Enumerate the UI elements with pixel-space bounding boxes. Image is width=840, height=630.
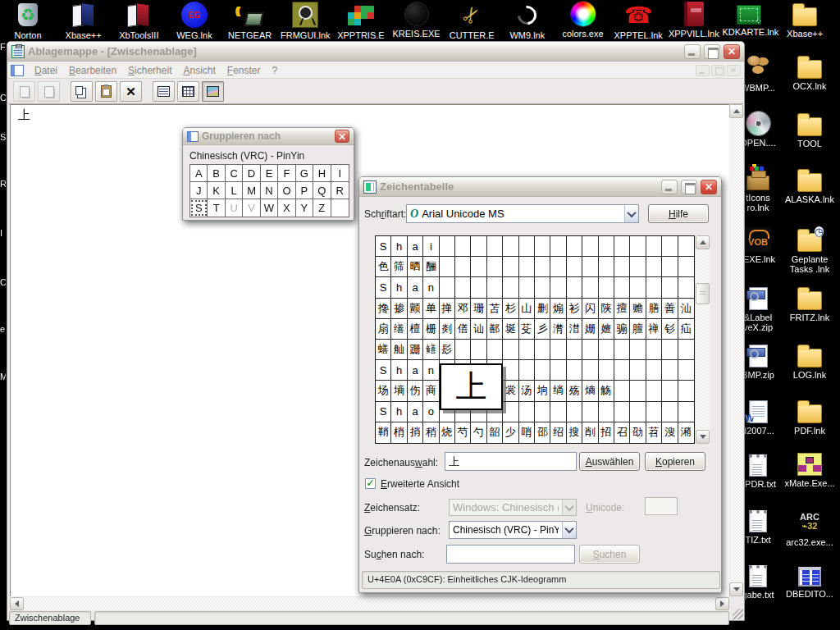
desktop-icon-arc32-exe[interactable]: arc32.exe...: [779, 509, 840, 547]
copy-button[interactable]: Kopieren: [645, 452, 705, 471]
charmap-minimize-button[interactable]: [661, 180, 678, 194]
help-button[interactable]: Hilfe: [648, 204, 709, 223]
charmap-grid-scrollbar[interactable]: [696, 235, 710, 444]
char-cell-empty[interactable]: [550, 257, 566, 277]
char-cell-empty[interactable]: [535, 257, 550, 277]
char-cell-4-10[interactable]: 山: [519, 299, 535, 319]
menu-sicherheit[interactable]: Sicherheit: [122, 63, 177, 78]
char-cell-empty[interactable]: [550, 340, 566, 360]
char-cell-empty[interactable]: [535, 340, 550, 360]
grid-scroll-thumb[interactable]: [696, 283, 710, 304]
char-cell-empty[interactable]: [440, 257, 455, 277]
char-cell-empty[interactable]: [646, 277, 662, 298]
char-cell-empty[interactable]: [455, 236, 471, 257]
char-cell-4-16[interactable]: 擅: [614, 299, 630, 319]
char-cell-7-3[interactable]: a: [408, 360, 423, 381]
char-cell-5-20[interactable]: 疝: [678, 319, 694, 340]
grid-scroll-down-button[interactable]: [696, 430, 710, 444]
char-cell-empty[interactable]: [550, 360, 566, 381]
char-cell-empty[interactable]: [678, 340, 694, 360]
desktop-icon-tool[interactable]: TOOL: [779, 112, 840, 148]
group-letter-c[interactable]: C: [226, 165, 243, 182]
char-cell-5-7[interactable]: 讪: [471, 319, 486, 340]
char-cell-empty[interactable]: [471, 257, 486, 277]
menu-datei[interactable]: Datei: [29, 63, 63, 78]
char-cell-5-15[interactable]: 嬗: [599, 319, 614, 340]
close-button[interactable]: [724, 44, 740, 59]
char-cell-empty[interactable]: [582, 402, 598, 422]
char-cell-empty[interactable]: [535, 360, 550, 381]
group-letter-d[interactable]: D: [243, 165, 260, 182]
ablagemappe-titlebar[interactable]: Ablagemappe - [Zwischenablage]: [7, 42, 744, 62]
char-cell-8-15[interactable]: 觞: [599, 381, 614, 401]
char-cell-4-13[interactable]: 衫: [567, 299, 582, 319]
char-cell-empty[interactable]: [582, 360, 598, 381]
char-cell-empty[interactable]: [535, 277, 550, 298]
desktop-icon-fritz-lnk[interactable]: FRITZ.lnk: [779, 285, 840, 322]
group-letter-e[interactable]: E: [261, 165, 278, 182]
char-cell-4-9[interactable]: 杉: [503, 299, 518, 319]
char-cell-empty[interactable]: [646, 340, 662, 360]
group-letter-z[interactable]: Z: [313, 199, 331, 217]
char-cell-empty[interactable]: [662, 340, 678, 360]
char-cell-9-3[interactable]: a: [408, 402, 423, 422]
paste-button[interactable]: [95, 81, 117, 102]
char-cell-5-10[interactable]: 芟: [519, 319, 535, 340]
char-cell-9-2[interactable]: h: [391, 402, 407, 422]
char-cell-empty[interactable]: [471, 236, 486, 257]
char-cell-10-7[interactable]: 勺: [471, 422, 486, 443]
char-cell-empty[interactable]: [630, 236, 646, 257]
char-cell-empty[interactable]: [582, 340, 598, 360]
char-cell-empty[interactable]: [662, 257, 678, 277]
char-cell-4-18[interactable]: 膳: [646, 299, 662, 319]
char-cell-10-11[interactable]: 邵: [535, 422, 550, 443]
char-cell-4-5[interactable]: 掸: [440, 299, 455, 319]
char-cell-empty[interactable]: [567, 340, 582, 360]
group-letter-u[interactable]: U: [226, 199, 243, 217]
font-select[interactable]: O Arial Unicode MS: [406, 204, 639, 223]
char-cell-10-8[interactable]: 韶: [487, 422, 503, 443]
group-letter-y[interactable]: Y: [296, 199, 313, 217]
char-cell-empty[interactable]: [455, 277, 471, 298]
char-cell-10-12[interactable]: 绍: [550, 422, 566, 443]
char-cell-5-18[interactable]: 禅: [646, 319, 662, 340]
char-cell-empty[interactable]: [519, 277, 535, 298]
charmap-close-button[interactable]: [701, 180, 717, 194]
group-letter-w[interactable]: W: [261, 199, 278, 217]
char-cell-8-10[interactable]: 汤: [519, 381, 535, 401]
char-cell-empty[interactable]: [646, 402, 662, 422]
char-cell-empty[interactable]: [567, 277, 582, 298]
char-cell-empty[interactable]: [519, 236, 535, 257]
char-cell-empty[interactable]: [599, 277, 614, 298]
char-cell-empty[interactable]: [582, 277, 598, 298]
char-cell-4-15[interactable]: 陕: [599, 299, 614, 319]
char-cell-9-1[interactable]: S: [376, 402, 391, 422]
char-cell-empty[interactable]: [471, 340, 486, 360]
group-letter-f[interactable]: F: [278, 165, 295, 182]
group-letter-i[interactable]: I: [331, 165, 349, 182]
char-cell-5-3[interactable]: 檀: [408, 319, 423, 340]
char-cell-2-4[interactable]: 酾: [423, 257, 439, 277]
char-cell-empty[interactable]: [678, 381, 694, 401]
char-cell-empty[interactable]: [471, 277, 486, 298]
char-cell-empty[interactable]: [614, 236, 630, 257]
char-cell-empty[interactable]: [503, 360, 518, 381]
char-cell-10-20[interactable]: 潲: [678, 422, 694, 443]
char-cell-empty[interactable]: [550, 277, 566, 298]
desktop-icon-xmate-exe[interactable]: xMate.Exe...: [779, 453, 840, 488]
char-cell-8-11[interactable]: 垧: [535, 381, 550, 401]
mdi-restore-button[interactable]: [711, 65, 725, 76]
char-cell-empty[interactable]: [599, 340, 614, 360]
grid-scroll-up-button[interactable]: [696, 235, 710, 249]
char-cell-empty[interactable]: [550, 236, 566, 257]
char-cell-3-2[interactable]: h: [391, 277, 407, 298]
mdi-child-icon[interactable]: [11, 65, 24, 76]
char-cell-4-20[interactable]: 汕: [678, 299, 694, 319]
char-cell-5-8[interactable]: 鄯: [487, 319, 503, 340]
group-letter-t[interactable]: T: [208, 199, 225, 217]
selection-input[interactable]: [445, 452, 577, 471]
char-cell-10-15[interactable]: 招: [599, 422, 614, 443]
scroll-left-button[interactable]: [10, 597, 24, 610]
char-cell-4-4[interactable]: 单: [423, 299, 439, 319]
scroll-up-button[interactable]: [729, 104, 743, 118]
